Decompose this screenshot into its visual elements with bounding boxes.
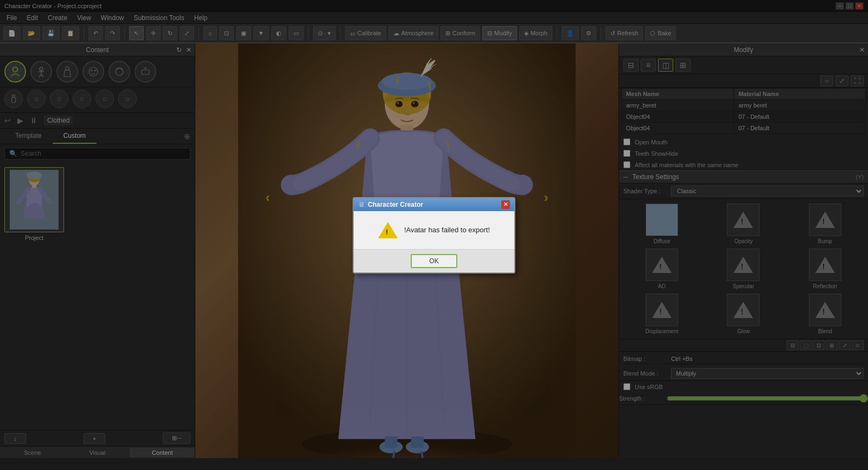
modal-warning-icon [378, 222, 398, 238]
modal-overlay[interactable]: 🖥 Character Creator ✕ !Avatar has failed… [0, 0, 868, 470]
modal-close-button[interactable]: ✕ [501, 200, 510, 209]
modal-body: !Avatar has failed to export! [354, 211, 514, 249]
modal-dialog: 🖥 Character Creator ✕ !Avatar has failed… [353, 197, 515, 274]
modal-footer: OK [354, 249, 514, 272]
modal-icon: 🖥 [358, 201, 365, 208]
modal-ok-button[interactable]: OK [411, 254, 457, 268]
modal-message-row: !Avatar has failed to export! [378, 222, 490, 238]
modal-titlebar: 🖥 Character Creator ✕ [354, 198, 514, 211]
modal-message: !Avatar has failed to export! [404, 226, 490, 234]
modal-title: Character Creator [368, 201, 498, 208]
